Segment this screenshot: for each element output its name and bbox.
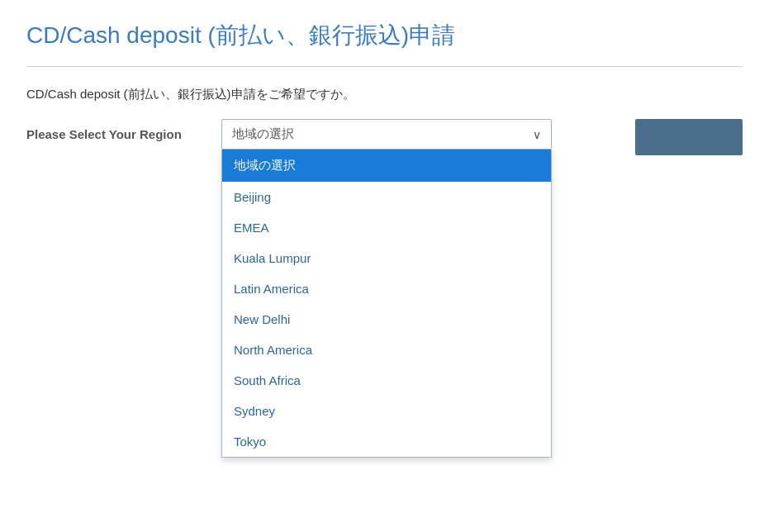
page-container: CD/Cash deposit (前払い、銀行振込)申請 CD/Cash dep…: [0, 0, 769, 532]
region-dropdown-list: 地域の選択BeijingEMEAKuala LumpurLatin Americ…: [221, 150, 552, 458]
dropdown-selected-text: 地域の選択: [232, 126, 294, 142]
region-dropdown-trigger[interactable]: 地域の選択 ∨: [221, 119, 552, 150]
section-divider: [26, 66, 743, 67]
dropdown-option[interactable]: Kuala Lumpur: [222, 243, 551, 273]
form-row: Please Select Your Region 地域の選択 ∨ 地域の選択B…: [26, 119, 743, 150]
dropdown-option[interactable]: Latin America: [222, 273, 551, 304]
dropdown-option[interactable]: North America: [222, 335, 551, 365]
region-dropdown-wrapper: 地域の選択 ∨ 地域の選択BeijingEMEAKuala LumpurLati…: [221, 119, 552, 150]
form-description: CD/Cash deposit (前払い、銀行振込)申請をご希望ですか。: [26, 87, 743, 102]
dropdown-option[interactable]: 地域の選択: [222, 150, 551, 182]
chevron-down-icon: ∨: [533, 128, 541, 141]
dropdown-option[interactable]: EMEA: [222, 212, 551, 243]
page-title: CD/Cash deposit (前払い、銀行振込)申請: [26, 20, 743, 51]
action-button[interactable]: [635, 119, 743, 155]
region-label: Please Select Your Region: [26, 119, 208, 141]
dropdown-option[interactable]: New Delhi: [222, 304, 551, 335]
dropdown-option[interactable]: South Africa: [222, 365, 551, 396]
dropdown-option[interactable]: Tokyo: [222, 426, 551, 457]
dropdown-option[interactable]: Beijing: [222, 182, 551, 212]
dropdown-option[interactable]: Sydney: [222, 396, 551, 426]
